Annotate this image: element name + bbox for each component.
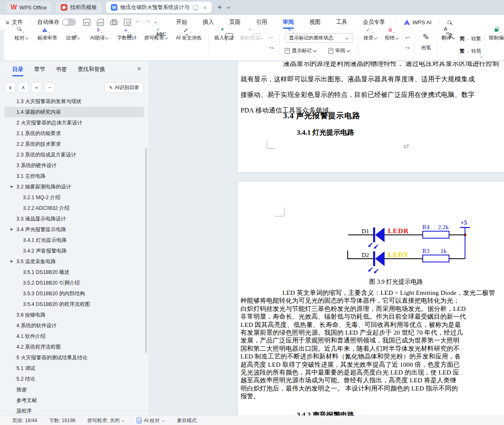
expand-group-icon[interactable]: ↘ [479, 54, 483, 59]
autosave-toggle[interactable] [62, 18, 76, 26]
spell-check-button[interactable]: ABC✓ 拼写检查 [141, 32, 171, 59]
previous-change-icon[interactable]: ↩ [403, 34, 412, 41]
previous-comment-icon: ↩ [267, 34, 276, 41]
menu-reference[interactable]: 引用 [248, 15, 275, 30]
next-change-icon[interactable]: ↪ [403, 45, 412, 51]
show-markup-button[interactable]: 显示标记 [285, 47, 317, 54]
collapse-all-button[interactable]: ∧ [18, 82, 29, 93]
toc-item-selected[interactable]: 1.4 课题的研究内容 [5, 107, 144, 117]
chevron-down-icon [77, 37, 80, 39]
toc-item[interactable]: 4.1 软件介绍 [5, 331, 144, 342]
toc-item[interactable]: 3.5.3 DS18B20 的内部结构 [5, 288, 144, 299]
monitor-icon[interactable] [193, 5, 198, 9]
toc-item[interactable]: 1.3 火灾报警器的发展与现状 [5, 96, 144, 107]
print-icon[interactable] [110, 21, 117, 25]
tab-contents[interactable]: 目录 [12, 62, 23, 78]
toc-item[interactable]: 3.4.2 声音报警电路 [5, 246, 144, 256]
file-menu[interactable]: 文件 [12, 18, 23, 26]
divider [208, 35, 209, 55]
tab-document[interactable]: W 物流仓储防火预警系统设计与 × [106, 2, 212, 13]
toc-item[interactable]: 3.4 声光报警提示电路 [5, 224, 144, 235]
toc-item[interactable]: 5 火灾报警器的测试结果及结论 [5, 352, 144, 363]
tab-list-chevron-icon[interactable] [227, 6, 231, 9]
toc-item[interactable]: 3.5 温度采集电路 [5, 256, 144, 267]
insert-comment-button[interactable]: + 插入批注 [212, 32, 236, 59]
toc-item[interactable]: 源程序 [5, 406, 144, 416]
margin-corner-mark [267, 140, 276, 149]
menu-view[interactable]: 视图 [302, 15, 328, 30]
export-icon[interactable] [97, 19, 104, 26]
tab-wps-office[interactable]: W WPS Office [6, 2, 52, 13]
ai-read-aloud-button[interactable]: ·)) AI朗读 [86, 32, 112, 59]
toc-item[interactable]: 致谢 [5, 384, 144, 395]
toc-item[interactable]: 3.1 主控电路 [5, 171, 144, 181]
change-nav: ↩ ↪ [403, 34, 412, 51]
menu-start[interactable]: 开始 [168, 15, 195, 30]
menu-insert[interactable]: 插入 [195, 15, 222, 30]
ai-polish-button[interactable]: ✦ AI 全文润色 [172, 32, 206, 59]
close-sidebar-icon[interactable]: × [137, 65, 141, 72]
tab-docer-templates[interactable]: 找稻壳模板 [56, 2, 102, 13]
menu-member[interactable]: 会员专享 [355, 15, 393, 30]
pen-button[interactable]: ✎ 画笔 [416, 32, 436, 59]
undo-icon[interactable]: ↶ [135, 18, 140, 26]
toc-item[interactable]: 3.2.2 ADC0832 介绍 [5, 203, 144, 214]
tab-find-replace[interactable]: 查找和替换 [78, 62, 105, 78]
collapse-arrow-icon[interactable] [10, 229, 13, 231]
toc-item[interactable]: 3.4.1 灯光提示电路 [5, 235, 144, 246]
search-button[interactable] [442, 19, 456, 25]
reject-change-button[interactable]: ⊘ 拒绝 [382, 32, 401, 59]
toc-item[interactable]: 5.2 结论 [5, 374, 144, 384]
redo-icon[interactable]: ↷ [145, 18, 151, 26]
toc-item[interactable]: 3.2 烟雾探测电路的设计 [5, 181, 144, 192]
chevron-down-icon [260, 37, 263, 39]
review-pane-button[interactable]: 审阅 [328, 47, 351, 54]
toc-item[interactable]: 2 火灾报警器的总体方案设计 [5, 117, 144, 128]
menu-tools[interactable]: 工具 [328, 15, 355, 30]
accept-change-button[interactable]: ✓ 接受 [360, 32, 380, 59]
toc-item[interactable]: 3.2.1 MQ-2 介绍 [5, 192, 144, 203]
close-tab-icon[interactable]: × [203, 5, 207, 11]
undo-chevron-icon[interactable] [141, 21, 144, 24]
sidebar-scrollbar[interactable] [145, 148, 147, 353]
tab-bookmarks[interactable]: 书签 [56, 62, 67, 78]
menu-page[interactable]: 页面 [222, 15, 248, 30]
toc-item[interactable]: 3.6 按键电路 [5, 310, 144, 320]
word-count-button[interactable]: 12+ 字数统计 [114, 32, 140, 59]
proofread-button[interactable]: 校对 [11, 32, 32, 59]
markup-state-dropdown[interactable]: 显示标记的最终状态 [285, 33, 353, 43]
save-icon[interactable] [83, 19, 90, 26]
toc-item[interactable]: 3.5.2 DS18B20 引脚介绍 [5, 278, 144, 288]
toc-list: 1.3 火灾报警器的发展与现状 1.4 课题的研究内容 2 火灾报警器的总体方案… [0, 96, 149, 416]
toc-item[interactable]: 2.3 系统的组成及方案设计 [5, 149, 144, 160]
toc-item[interactable]: 3.5.4 DS18B20 的程序流程图 [5, 299, 144, 310]
quickbar-chevron-icon[interactable] [154, 21, 158, 24]
toc-item[interactable]: 2.1 系统的功能要求 [5, 128, 144, 139]
toc-item[interactable]: 4.2 系统程序流程图 [5, 342, 144, 352]
tab-chapters[interactable]: 章节 [34, 62, 45, 78]
toc-item[interactable]: 参考文献 [5, 395, 144, 406]
to-traditional-button[interactable]: 简→ 转繁 [460, 35, 481, 42]
toc-item[interactable]: 4 系统的软件设计 [5, 320, 144, 331]
ai-proofread-button[interactable]: AI 校对 [132, 417, 170, 424]
wps-ai-button[interactable]: WPS AI [400, 19, 436, 25]
collapse-arrow-icon[interactable] [10, 186, 13, 188]
zoom-out-button[interactable]: − [44, 82, 55, 93]
toc-item[interactable]: 2.2 系统的技术要求 [5, 139, 144, 149]
compare-button[interactable]: ⇄ 比较 [62, 32, 84, 59]
collapse-arrow-icon[interactable] [10, 261, 13, 263]
toc-item[interactable]: 3.3 液晶显示电路设计 [5, 214, 144, 224]
spellcheck-status[interactable]: 拼写检查: 关闭 [82, 417, 130, 424]
to-simplified-button[interactable]: 繁→ 转简 [460, 48, 481, 55]
standard-review-button[interactable]: 标准审查 [34, 32, 61, 59]
translate-button[interactable]: 文A⇄ 翻译 [438, 32, 458, 59]
restrict-editing-button[interactable]: 限制编辑 [487, 32, 504, 59]
new-tab-button[interactable]: + [218, 3, 222, 12]
toc-item[interactable]: 3.5.1 DS18B20 概述 [5, 267, 144, 278]
expand-all-button[interactable]: ∨ [5, 82, 16, 93]
print-preview-icon[interactable] [124, 19, 131, 26]
zoom-in-button[interactable]: ＋ [31, 82, 42, 93]
toc-item[interactable]: 5.1 调试 [5, 363, 144, 374]
ai-recognize-toc-button[interactable]: ✎ AI识别目录 [104, 82, 144, 93]
toc-item[interactable]: 3 系统的硬件设计 [5, 160, 144, 171]
